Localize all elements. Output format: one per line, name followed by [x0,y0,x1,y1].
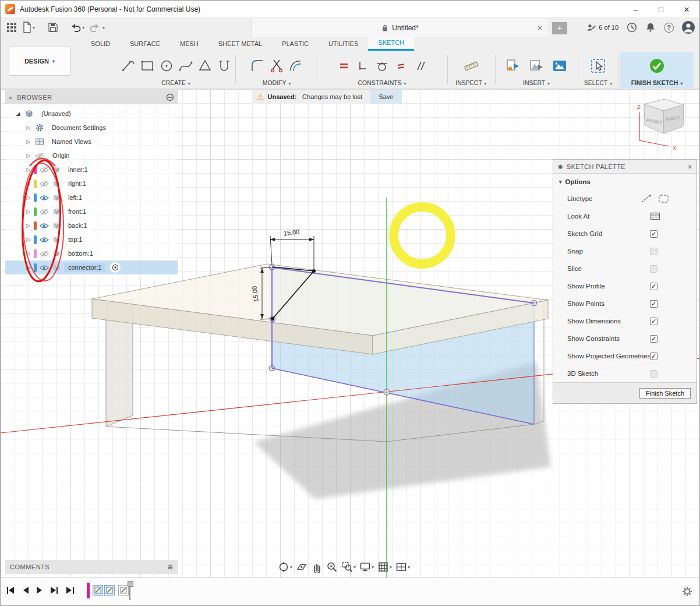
browser-row-document-settings[interactable]: ▷ Document Settings [5,121,178,135]
tab-mesh[interactable]: MESH [170,37,208,51]
browser-row-component-connector[interactable]: ▷ connector:1 [5,260,178,274]
comments-bar[interactable]: COMMENTS ⊕ [5,560,178,574]
trim-scissors-icon[interactable] [269,58,284,73]
caret-down-icon[interactable]: ▾ [290,565,292,570]
line-tool-icon[interactable] [121,58,136,73]
circle-tool-icon[interactable] [159,58,174,73]
play-button[interactable] [36,586,43,594]
new-tab-button[interactable]: + [552,22,567,34]
expander-closed-icon[interactable]: ▷ [25,209,32,214]
view-cube[interactable]: FRONT RIGHT Z X [632,96,697,154]
browser-row-component-left[interactable]: ▷ left:1 [5,191,178,205]
expander-closed-icon[interactable]: ▷ [25,167,32,172]
look-at-button[interactable] [296,561,307,573]
expander-closed-icon[interactable]: ▷ [25,251,32,256]
offset-tool-icon[interactable] [288,58,303,73]
workspace-selector[interactable]: DESIGN ▾ [9,47,70,76]
expander-closed-icon[interactable]: ▷ [25,223,32,228]
job-status[interactable]: 6 of 10 [587,23,618,32]
show-profile-checkbox[interactable] [650,283,657,290]
visibility-eye-icon[interactable] [39,250,50,258]
undo-button[interactable]: ▾ [68,20,86,35]
bell-icon[interactable] [645,22,656,33]
tab-sheet-metal[interactable]: SHEET METAL [208,37,272,51]
canvas-tool-icon[interactable] [552,59,567,73]
browser-row-component-bottom[interactable]: ▷ bottom:1 [5,246,178,260]
timeline-sketch-feature[interactable] [104,585,115,596]
finish-sketch-button[interactable]: FINISH SKETCH ▾ [620,52,694,88]
visibility-eye-icon[interactable] [34,152,45,160]
activate-component-radio[interactable] [110,262,121,273]
slice-checkbox[interactable] [650,265,657,273]
browser-row-component-front[interactable]: ▷ front:1 [5,205,178,219]
browser-row-component-back[interactable]: ▷ back:1 [5,219,178,232]
avatar[interactable] [682,21,695,34]
visibility-eye-icon[interactable] [39,208,50,216]
midpoint-constraint-icon[interactable] [338,60,350,72]
expander-closed-icon[interactable]: ▷ [25,181,32,186]
visibility-eye-icon[interactable] [39,166,50,174]
polygon-tool-icon[interactable] [197,58,213,73]
app-grid-button[interactable] [5,20,18,35]
file-menu-button[interactable]: ▾ [20,20,36,35]
browser-row-named-views[interactable]: ▷ Named Views [5,135,178,149]
tab-plastic[interactable]: PLASTIC [272,37,319,51]
select-cursor-icon[interactable] [590,58,606,74]
browser-row-origin[interactable]: ▷ Origin [5,149,178,163]
tab-utilities[interactable]: UTILITIES [319,37,368,51]
expander-closed-icon[interactable]: ▷ [25,237,32,242]
panel-options-icon[interactable] [166,93,174,101]
expand-panel-icon[interactable]: » [688,163,692,171]
grid-snap-button[interactable]: ▾ [377,561,392,573]
constraints-dropdown[interactable]: CONSTRAINTS ▾ [319,79,446,88]
close-button[interactable]: ✕ [674,1,699,18]
tab-surface[interactable]: SURFACE [120,37,170,51]
viewport-canvas[interactable]: 15.00 15.00 ⚠ Unsaved: Changes may be lo… [1,89,700,577]
show-dimensions-checkbox[interactable] [650,318,657,325]
document-tab[interactable]: Untitled* ✕ [251,19,549,37]
browser-row-component-top[interactable]: ▷ top:1 [5,232,178,246]
show-points-checkbox[interactable] [650,300,657,308]
save-document-button[interactable]: Save [370,90,401,104]
rectangle-tool-icon[interactable] [140,58,155,73]
parallel-constraint-icon[interactable] [414,60,426,72]
skip-to-start-button[interactable] [6,586,15,594]
help-button[interactable]: ? [664,23,674,33]
expander-closed-icon[interactable]: ▷ [25,195,32,200]
expander-closed-icon[interactable]: ▷ [25,139,32,145]
options-section-header[interactable]: ▾ Options [553,174,697,190]
minimize-button[interactable]: – [623,1,648,18]
horizontal-vertical-constraint-icon[interactable] [357,60,369,72]
show-projected-geometries-checkbox[interactable] [650,353,657,360]
equal-constraint-icon[interactable] [395,60,407,72]
browser-row-component-right[interactable]: ▷ right:1 [5,177,178,191]
clock-icon[interactable] [627,22,637,33]
centerline-linetype-icon[interactable] [658,194,670,203]
step-forward-button[interactable] [50,586,59,594]
timeline-position-marker[interactable] [129,582,130,600]
visibility-eye-icon[interactable] [39,180,50,188]
caret-down-icon[interactable]: ▾ [390,565,392,570]
inspect-dropdown[interactable]: INSPECT ▾ [449,79,493,88]
caret-down-icon[interactable]: ▾ [82,25,84,30]
insert-dropdown[interactable]: INSERT ▾ [497,79,576,88]
browser-row-component-inner[interactable]: ▷ inner:1 [5,163,178,177]
sketch-palette-header[interactable]: ◉ SKETCH PALETTE » [553,160,697,174]
visibility-eye-icon[interactable] [39,236,50,244]
orbit-button[interactable]: ▾ [278,561,292,573]
caret-down-icon[interactable]: ▾ [408,565,410,570]
construction-linetype-icon[interactable] [641,194,652,203]
timeline-settings-gear-icon[interactable] [682,586,692,597]
select-dropdown[interactable]: SELECT ▾ [579,79,617,88]
browser-header[interactable]: « BROWSER [5,90,178,104]
insert-derive-icon[interactable] [505,59,521,73]
expander-closed-icon[interactable]: ▷ [25,153,32,158]
measure-tool-icon[interactable] [463,58,479,73]
expander-open-icon[interactable]: ◢ [15,111,22,117]
step-back-button[interactable] [22,586,29,594]
snap-checkbox[interactable] [650,248,657,255]
redo-button[interactable]: ▾ [88,20,106,35]
slot-tool-icon[interactable] [217,58,232,73]
finish-sketch-palette-button[interactable]: Finish Sketch [639,388,691,399]
comment-add-icon[interactable]: ⊕ [167,563,173,571]
